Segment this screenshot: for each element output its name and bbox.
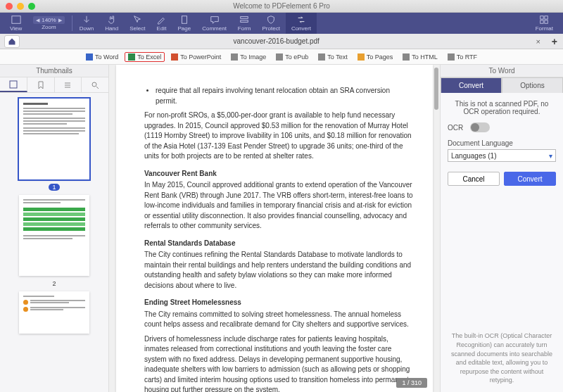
doc-p4: The City remains committed to solving st… (144, 310, 413, 330)
doc-p3: The City continues refining the Rental S… (144, 250, 413, 291)
edit-button[interactable]: Edit (151, 13, 172, 34)
convert-button[interactable]: Convert (286, 13, 317, 34)
thumbnails-tab-search[interactable] (82, 77, 108, 92)
svg-rect-5 (545, 16, 548, 19)
thumbnail-page-1[interactable] (19, 99, 89, 179)
svg-point-18 (92, 82, 96, 87)
svg-rect-16 (448, 53, 455, 61)
svg-rect-14 (358, 53, 365, 61)
ocr-label: OCR (448, 124, 463, 132)
zoom-value: 140% (42, 17, 56, 23)
doc-p1: For non-profit SROs, a $5,000-per-door g… (144, 110, 413, 162)
language-select[interactable]: Languages (1)▾ (448, 149, 556, 162)
svg-rect-0 (11, 16, 20, 24)
home-button[interactable] (4, 35, 20, 48)
doc-h2: Vancouver Rent Bank (144, 169, 413, 179)
no-ocr-message: This is not a scanned PDF, no OCR operat… (448, 100, 556, 115)
page-button[interactable]: Page (172, 13, 196, 34)
thumbnail-label-1: 1 (49, 184, 59, 191)
format-button[interactable]: Format (530, 13, 559, 34)
convert-sidebar: To Word Convert Options This is not a sc… (440, 65, 563, 392)
ocr-toggle[interactable] (470, 122, 490, 132)
cancel-button[interactable]: Cancel (448, 172, 500, 186)
document-tab[interactable]: vancouver-2016-budget.pdf (23, 37, 530, 45)
main-toolbar: View ◀140%▶ Zoom Down Hand Select Edit P… (0, 13, 563, 34)
to-image-button[interactable]: To Image (227, 52, 270, 62)
svg-rect-1 (182, 16, 186, 24)
page-content: require that all repairs involving tenan… (116, 65, 433, 392)
chevron-down-icon: ▾ (549, 152, 552, 160)
doc-bullet: require that all repairs involving tenan… (156, 86, 413, 106)
page-scrollbar[interactable] (434, 65, 439, 392)
svg-rect-8 (86, 53, 93, 61)
doc-h3: Rental Standards Database (144, 239, 413, 249)
doc-h4: Ending Street Homelessness (144, 298, 413, 308)
to-html-button[interactable]: To HTML (399, 52, 441, 62)
svg-rect-3 (241, 20, 248, 23)
svg-rect-9 (128, 53, 135, 61)
sidebar-title: To Word (441, 65, 563, 77)
convert-bar: To Word To Excel To PowerPoint To Image … (0, 49, 563, 65)
add-tab-icon[interactable]: + (546, 36, 563, 47)
tab-convert[interactable]: Convert (441, 77, 502, 93)
document-tab-bar: vancouver-2016-budget.pdf × + (0, 34, 563, 49)
select-button[interactable]: Select (124, 13, 151, 34)
svg-rect-17 (10, 81, 17, 88)
tab-options[interactable]: Options (502, 77, 563, 93)
window-title: Welcome to PDFelement 6 Pro (0, 2, 563, 10)
doc-language-label: Document Language (448, 139, 556, 147)
doc-p2: In May 2015, Council approved additional… (144, 180, 413, 232)
to-word-button[interactable]: To Word (82, 52, 122, 62)
svg-rect-6 (540, 20, 543, 23)
page-view[interactable]: require that all repairs involving tenan… (109, 65, 440, 392)
to-powerpoint-button[interactable]: To PowerPoint (167, 52, 224, 62)
convert-action-button[interactable]: Convert (504, 172, 556, 186)
svg-rect-4 (540, 16, 543, 19)
thumbnails-header: Thumbnails (0, 65, 108, 77)
down-button[interactable]: Down (74, 13, 99, 34)
thumbnails-tab-bookmark[interactable] (27, 77, 55, 92)
svg-rect-12 (276, 53, 283, 61)
doc-p5: Drivers of homelessness include discharg… (144, 334, 413, 393)
svg-rect-10 (171, 53, 178, 61)
to-pages-button[interactable]: To Pages (354, 52, 397, 62)
thumbnails-tab-pages[interactable] (0, 77, 27, 92)
zoom-control[interactable]: ◀140%▶ Zoom (27, 13, 70, 34)
thumbnail-page-2[interactable] (19, 195, 89, 276)
to-rtf-button[interactable]: To RTF (444, 52, 481, 62)
thumbnail-label-2: 2 (52, 280, 56, 287)
thumbnails-panel: Thumbnails 1 2 (0, 65, 109, 392)
form-button[interactable]: Form (232, 13, 257, 34)
comment-button[interactable]: Comment (196, 13, 232, 34)
chevron-left-icon[interactable]: ◀ (36, 18, 39, 23)
svg-rect-15 (403, 53, 410, 61)
page-counter[interactable]: 1 / 310 (396, 378, 427, 388)
protect-button[interactable]: Protect (257, 13, 286, 34)
to-epub-button[interactable]: To ePub (272, 52, 312, 62)
to-text-button[interactable]: To Text (315, 52, 350, 62)
to-excel-button[interactable]: To Excel (125, 52, 165, 62)
svg-rect-2 (241, 17, 248, 19)
window-titlebar: Welcome to PDFelement 6 Pro (0, 0, 563, 13)
thumbnail-page-3[interactable] (19, 291, 89, 334)
sidebar-footer-note: The built-in OCR (Optical Character Reco… (441, 324, 563, 392)
chevron-right-icon[interactable]: ▶ (58, 18, 62, 23)
view-button[interactable]: View (4, 13, 27, 34)
hand-button[interactable]: Hand (99, 13, 124, 34)
svg-rect-7 (545, 20, 548, 23)
thumbnails-tab-list[interactable] (55, 77, 82, 92)
close-tab-icon[interactable]: × (530, 37, 545, 46)
svg-rect-13 (318, 53, 325, 61)
svg-rect-11 (231, 53, 238, 61)
